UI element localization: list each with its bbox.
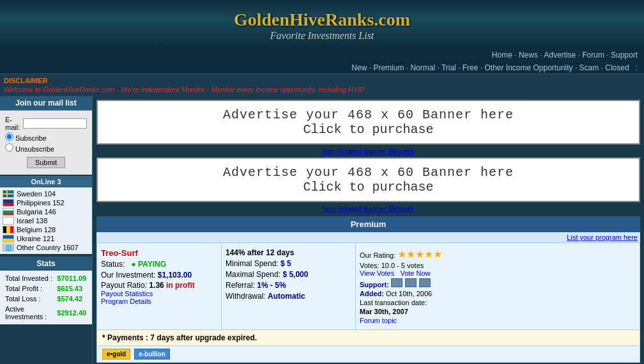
site-header: GoldenHiveRanks.com Favorite Investments… <box>0 0 644 48</box>
support-icon-1 <box>391 278 402 287</box>
stats-title: Stats <box>0 257 92 271</box>
referral-line: Referral: 1% - 5% <box>226 281 351 290</box>
list-item: Bulgaria 146 <box>3 207 89 216</box>
subscribe-label: Subscribe <box>15 134 47 142</box>
banner-1-link[interactable]: Non Rotated Banner $6/week <box>96 147 640 155</box>
prog-status: Status: ● PAYING <box>101 260 217 269</box>
prog-invest: Our Investment: $1,103.00 <box>101 271 217 280</box>
status-value: PAYING <box>138 260 166 269</box>
prog-left: Treo-Surf Status: ● PAYING Our Investmen… <box>97 243 222 329</box>
list-item: Philippines 152 <box>3 198 89 207</box>
email-input[interactable] <box>23 118 87 129</box>
nav-closed[interactable]: Closed <box>605 63 629 72</box>
list-item: 🌐 Other Country 1607 <box>3 243 89 252</box>
nav-trial[interactable]: Trial <box>441 63 456 72</box>
added-value: Oct 10th, 2006 <box>386 290 432 297</box>
list-item: Israel 138 <box>3 216 89 225</box>
votes-links: View Votes Vote Now <box>360 269 636 277</box>
investment-label: Our Investment: <box>101 271 155 280</box>
forum-topic-line: Forum topic <box>360 317 636 324</box>
country-bulgaria: Bulgaria 146 <box>17 208 56 216</box>
country-sweden: Sweden 104 <box>17 190 56 198</box>
votes-line: Votes: 10.0 - 5 votes <box>360 262 636 269</box>
nav-forum[interactable]: Forum <box>582 51 604 59</box>
returns-line: 144% after 12 days <box>226 248 351 257</box>
vote-now-link[interactable]: Vote Now <box>400 269 430 277</box>
list-item: Belgium 128 <box>3 225 89 234</box>
program-card-inner: Treo-Surf Status: ● PAYING Our Investmen… <box>97 243 640 329</box>
rating-line: Our Rating: ★★★★★ <box>360 248 636 260</box>
site-subtitle: Favorite Investments List <box>0 30 644 42</box>
nav-normal[interactable]: Normal <box>410 63 435 72</box>
prog-links: Payout Statistics Program Details <box>101 290 217 305</box>
country-list: Sweden 104 Philippines 152 Bulgaria 146 … <box>0 187 92 254</box>
payment-icon-ep: e-bullion <box>134 349 170 360</box>
list-item: Sweden 104 <box>3 189 89 198</box>
payout-ratio-label: Payout Ratio: <box>101 281 147 290</box>
added-line: Added: Oct 10th, 2006 <box>360 290 636 297</box>
nav-news[interactable]: News <box>519 51 538 59</box>
nav-scam[interactable]: Scam <box>579 63 599 72</box>
returns-value: 144% after 12 days <box>226 248 294 257</box>
stat-label: ActiveInvestments : <box>4 305 54 321</box>
prog-name: Treo-Surf <box>101 248 217 258</box>
banner-1[interactable]: Advertise your 468 x 60 Banner here Clic… <box>96 100 640 145</box>
forum-topic-link[interactable]: Forum topic <box>360 317 397 324</box>
unsubscribe-radio[interactable] <box>5 143 13 152</box>
support-icon-3 <box>419 278 431 287</box>
last-transaction-label: Last transaction date: <box>360 299 427 306</box>
nav-advertise[interactable]: Advertise <box>544 51 576 59</box>
country-belgium: Belgium 128 <box>17 226 56 233</box>
view-votes-link[interactable]: View Votes <box>360 269 394 277</box>
nav-premium[interactable]: Premium <box>373 63 404 72</box>
nav-home[interactable]: Home <box>492 51 512 59</box>
last-transaction-value: Mar 30th, 2007 <box>360 308 408 315</box>
votes-value: 10.0 - 5 votes <box>381 262 424 269</box>
payout-stats-link[interactable]: Payout Statistics <box>101 290 217 297</box>
banner-2-link[interactable]: Non Rotated Banner $5/week <box>96 205 640 212</box>
country-ukraine: Ukraine 121 <box>17 235 54 242</box>
submit-button[interactable]: Submit <box>27 157 65 168</box>
mail-section-title: Join our mail list <box>0 96 92 111</box>
banner-2[interactable]: Advertise your 468 x 60 Banner here Clic… <box>96 157 640 202</box>
max-spend-label: Maximal Spend: <box>226 270 280 279</box>
stat-total-loss: $574.42 <box>56 294 88 303</box>
main-layout: Join our mail list E-mail: Subscribe Un <box>0 96 644 364</box>
support-label: Support: <box>360 281 389 289</box>
premium-section-header: Premium <box>96 216 640 232</box>
payment-icon-egold: e•gold <box>102 349 130 360</box>
prog-payout: Payout Ratio: 1.36 in profit <box>101 281 217 290</box>
withdrawal-label: Withdrawal: <box>226 292 266 301</box>
subscribe-radio[interactable] <box>5 132 13 141</box>
withdrawal-line: Withdrawal: Automatic <box>226 292 351 301</box>
program-details-link[interactable]: Program Details <box>101 297 217 305</box>
nav-row1: Home · News · Advertise · Forum · Suppor… <box>0 48 644 62</box>
flag-bulgaria <box>3 208 14 216</box>
referral-label: Referral: <box>226 281 255 290</box>
payout-in-profit: in profit <box>166 281 195 290</box>
max-spend-value: $ 5,000 <box>282 270 308 279</box>
disclaimer-title: DISCLAIMER <box>4 77 47 84</box>
support-icons <box>391 278 431 287</box>
rating-stars: ★★★★★ <box>397 249 442 260</box>
prog-mid: 144% after 12 days Minimal Spend: $ 5 Ma… <box>222 243 356 329</box>
prog-name-link[interactable]: Treo-Surf <box>101 248 138 258</box>
referral-value: 1% - 5% <box>257 281 286 290</box>
list-item: Ukraine 121 <box>3 234 89 243</box>
banner-1-line2: Click to purchase <box>104 122 632 137</box>
nav-new[interactable]: New <box>351 63 367 72</box>
status-label: Status: <box>101 260 125 269</box>
votes-label: Votes: <box>360 262 379 269</box>
nav-other-income[interactable]: Other Income Opportunity <box>484 63 572 72</box>
email-label: E-mail: <box>5 116 20 131</box>
banner-1-line1: Advertise your 468 x 60 Banner here <box>104 107 632 122</box>
flag-sweden <box>3 190 14 198</box>
last-transaction-label-line: Last transaction date: <box>360 299 636 306</box>
nav-support[interactable]: Support <box>611 51 638 59</box>
nav-free[interactable]: Free <box>463 63 479 72</box>
online-bar: OnLine 3 <box>0 176 92 187</box>
country-israel: Israel 138 <box>17 217 47 225</box>
list-program-link[interactable]: List your program here <box>96 232 640 242</box>
mail-form: E-mail: Subscribe Unsubscribe Submit <box>0 111 92 175</box>
payments-note: * Payments : 7 days after upgrade expire… <box>97 329 640 345</box>
